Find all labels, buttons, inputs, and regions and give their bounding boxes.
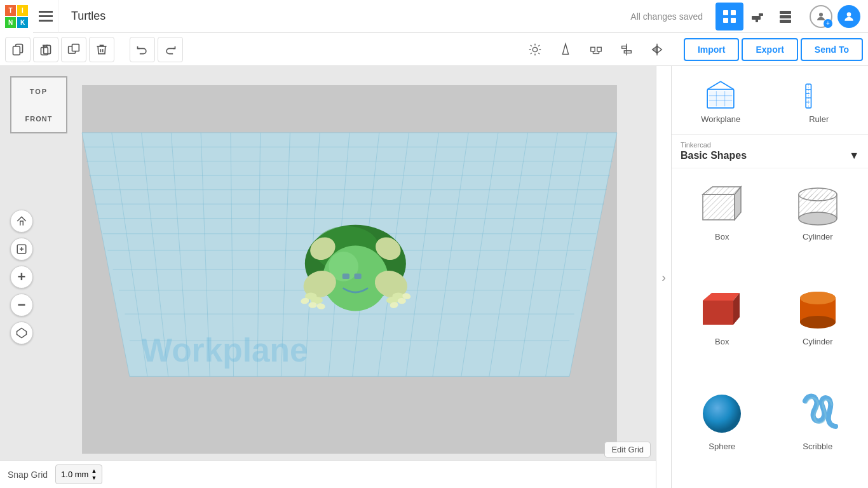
perspective-button[interactable]	[10, 322, 33, 344]
panel-collapse-handle[interactable]: ›	[656, 66, 671, 488]
svg-point-132	[703, 395, 741, 433]
menu-button[interactable]	[33, 0, 58, 33]
hammer-view-button[interactable]	[743, 3, 771, 30]
snap-grid-value[interactable]: 1.0 mm ▲ ▼	[55, 464, 102, 484]
svg-point-14	[847, 12, 851, 17]
project-name[interactable]: Turtles	[58, 10, 630, 23]
undo-button[interactable]	[130, 37, 155, 62]
right-tools-row: Workplane Ruler	[672, 66, 868, 135]
zoom-out-button[interactable]: −	[10, 294, 33, 316]
dropdown-arrow-icon: ▼	[849, 150, 859, 161]
box-red-label: Box	[715, 337, 729, 346]
shape-scribble[interactable]: Scribble	[773, 383, 864, 483]
svg-line-102	[707, 81, 721, 90]
svg-point-124	[799, 212, 837, 225]
svg-point-131	[800, 292, 836, 304]
svg-rect-8	[759, 13, 763, 16]
svg-marker-125	[703, 301, 733, 325]
workplane-grid: Workplane	[64, 85, 635, 454]
redo-button[interactable]	[158, 37, 183, 62]
zoom-in-button[interactable]: +	[10, 266, 33, 288]
cube-box[interactable]: TOP FRONT	[10, 76, 67, 133]
cube-navigator[interactable]: TOP FRONT	[10, 76, 74, 140]
duplicate-button[interactable]	[61, 37, 86, 62]
cylinder-orange-thumb	[789, 283, 846, 334]
svg-rect-85	[354, 274, 361, 279]
home-zoom-button[interactable]	[10, 210, 33, 233]
box-wireframe-label: Box	[715, 232, 729, 241]
snap-decrement-button[interactable]: ▼	[91, 475, 97, 481]
align-tool-button[interactable]	[615, 38, 638, 61]
cube-top-label: TOP	[30, 88, 48, 95]
copy-button[interactable]	[5, 37, 31, 62]
viewport[interactable]: TOP FRONT + −	[0, 66, 656, 488]
shapes-category-label: Basic Shapes	[681, 150, 747, 161]
svg-rect-4	[731, 10, 736, 15]
group-tool-button[interactable]	[585, 38, 607, 61]
save-status: All changes saved	[630, 11, 703, 22]
main-area: TOP FRONT + −	[0, 66, 868, 488]
edit-grid-button[interactable]: Edit Grid	[604, 442, 651, 458]
toolbar: Import Export Send To	[0, 33, 868, 66]
svg-line-29	[538, 44, 539, 46]
cylinder-wireframe-label: Cylinder	[803, 232, 833, 241]
logo[interactable]: T I N K	[0, 0, 33, 33]
svg-rect-12	[780, 20, 791, 23]
logo-n: N	[5, 17, 16, 28]
fit-zoom-button[interactable]	[10, 238, 33, 261]
svg-rect-84	[342, 274, 349, 279]
svg-rect-11	[780, 15, 791, 18]
svg-rect-0	[39, 11, 53, 13]
workplane-label: Workplane	[701, 114, 740, 124]
svg-rect-37	[622, 46, 627, 48]
stack-view-button[interactable]	[771, 3, 799, 30]
view-toggle	[715, 3, 799, 30]
svg-point-130	[800, 316, 836, 329]
shapes-header: Tinkercad Basic Shapes ▼	[672, 135, 868, 168]
grid-view-button[interactable]	[715, 3, 743, 30]
add-user-button[interactable]: +	[810, 5, 832, 28]
snap-grid-label: Snap Grid	[8, 470, 48, 480]
shape-sphere-blue[interactable]: Sphere	[677, 383, 768, 483]
shape-box-wireframe[interactable]: Box	[677, 173, 768, 273]
avatar[interactable]	[837, 5, 860, 28]
svg-rect-2	[39, 20, 53, 22]
box-wireframe-thumb	[693, 179, 750, 229]
mirror-tool-button[interactable]	[646, 38, 668, 61]
svg-rect-104	[709, 91, 733, 106]
paste-button[interactable]	[33, 37, 58, 62]
svg-point-95	[308, 302, 316, 308]
import-button[interactable]: Import	[684, 38, 740, 61]
svg-marker-41	[657, 46, 661, 53]
workplane-tool[interactable]: Workplane	[672, 74, 770, 129]
ruler-tool[interactable]: Ruler	[770, 74, 869, 129]
shape-cylinder-orange[interactable]: Cylinder	[773, 278, 864, 378]
shape-tool-button[interactable]	[554, 38, 577, 61]
svg-line-24	[531, 44, 532, 46]
snap-increment-button[interactable]: ▲	[91, 468, 97, 474]
right-panel: Workplane Ruler Tinkercad Basic Shapes	[671, 66, 868, 488]
sendto-button[interactable]: Send To	[801, 38, 863, 61]
svg-rect-38	[624, 50, 631, 53]
export-button[interactable]: Export	[742, 38, 797, 61]
logo-k: K	[17, 17, 28, 28]
scribble-thumb	[789, 388, 846, 439]
svg-rect-3	[723, 10, 728, 15]
svg-text:Workplane: Workplane	[142, 332, 308, 369]
zoom-controls: + −	[10, 210, 33, 344]
light-tool-button[interactable]	[524, 38, 546, 61]
user-icons: +	[802, 5, 868, 28]
sphere-blue-thumb	[693, 388, 750, 439]
scribble-label: Scribble	[803, 442, 832, 451]
shape-cylinder-wireframe[interactable]: Cylinder	[773, 173, 864, 273]
svg-rect-32	[597, 47, 601, 51]
svg-point-98	[398, 298, 406, 304]
ruler-label: Ruler	[809, 114, 829, 124]
svg-rect-6	[731, 18, 736, 23]
ruler-icon	[803, 79, 835, 111]
shapes-dropdown[interactable]: Basic Shapes ▼	[681, 150, 859, 161]
delete-button[interactable]	[89, 37, 114, 62]
svg-rect-5	[723, 18, 728, 23]
shape-box-red[interactable]: Box	[677, 278, 768, 378]
workplane-icon	[705, 79, 736, 111]
